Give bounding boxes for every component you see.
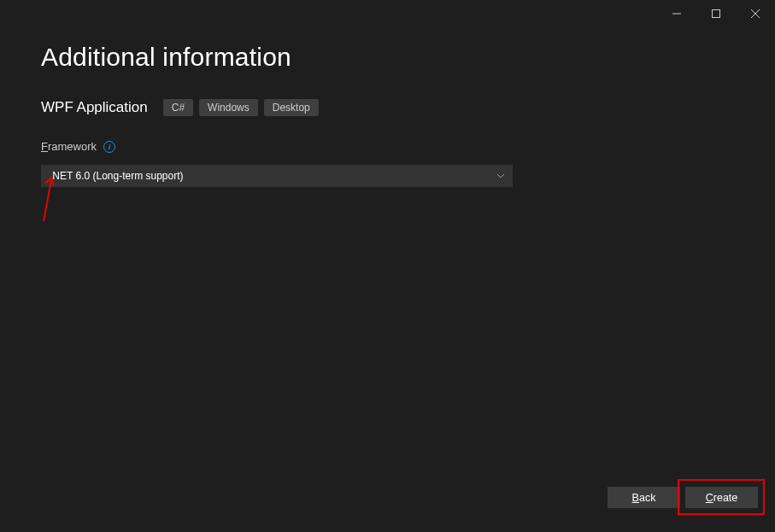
- titlebar-buttons: [657, 0, 775, 27]
- template-name: WPF Application: [41, 99, 148, 116]
- close-button[interactable]: [736, 0, 775, 27]
- minimize-icon: [672, 9, 681, 18]
- tag-desktop: Desktop: [264, 99, 319, 116]
- close-icon: [751, 9, 760, 18]
- minimize-button[interactable]: [657, 0, 696, 27]
- framework-selected: .NET 6.0 (Long-term support): [50, 170, 184, 182]
- framework-dropdown[interactable]: .NET 6.0 (Long-term support): [41, 165, 513, 187]
- back-button[interactable]: Back: [608, 487, 680, 508]
- maximize-button[interactable]: [696, 0, 736, 27]
- tag-csharp: C#: [163, 99, 193, 116]
- page-title: Additional information: [41, 43, 734, 72]
- framework-label-row: Framework i: [41, 140, 734, 153]
- content-area: Additional information WPF Application C…: [0, 27, 775, 187]
- tags: C# Windows Desktop: [163, 99, 319, 116]
- maximize-icon: [712, 9, 720, 18]
- info-icon[interactable]: i: [103, 141, 115, 153]
- footer: Back Create: [608, 487, 758, 508]
- svg-rect-1: [713, 10, 720, 18]
- titlebar: [0, 0, 775, 27]
- chevron-down-icon: [497, 174, 504, 178]
- framework-label: Framework: [41, 140, 97, 153]
- create-button[interactable]: Create: [685, 487, 758, 508]
- tag-windows: Windows: [199, 99, 258, 116]
- template-row: WPF Application C# Windows Desktop: [41, 99, 734, 116]
